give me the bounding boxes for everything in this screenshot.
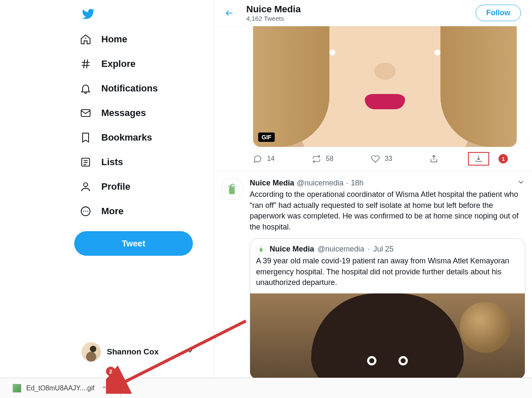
tweet-count: 4,162 Tweets [246,15,476,22]
list-icon [79,156,92,169]
download-item[interactable]: Ed_tO8mU8AAJY....gif [8,381,111,395]
author-name[interactable]: Nuice Media [250,179,294,188]
tweet-actions: 14 58 33 1 [253,147,524,171]
bell-icon [79,82,92,95]
chevron-down-icon [517,178,525,186]
tweet: Nuice Nuice Media @nuicemedia · 18h Acco… [214,172,532,379]
more-icon [79,205,92,218]
svg-rect-20 [260,249,262,252]
download-filename: Ed_tO8mU8AAJY....gif [26,384,95,392]
annotation-badge-1: 1 [499,154,508,163]
profile-icon [79,180,92,193]
quoted-text: A 39 year old male covid-19 patient ran … [250,254,525,293]
svg-point-0 [85,38,86,39]
nav-label: More [101,206,124,217]
nav-label: Messages [101,108,146,119]
chevron-up-icon[interactable] [101,384,107,392]
profile-name: Nuice Media [246,4,476,15]
download-icon [474,155,483,163]
separator: · [368,245,370,254]
nav-home[interactable]: Home [74,27,132,52]
chevron-down-icon [186,347,194,357]
svg-rect-18 [229,188,234,194]
nav-profile[interactable]: Profile [74,174,135,199]
account-switcher[interactable]: Shannon Cox [76,339,199,365]
tweet-header: Nuice Media @nuicemedia · 18h [250,178,525,188]
nav-label: Lists [101,157,123,168]
svg-text:Nuice: Nuice [228,185,236,188]
quoted-tweet[interactable]: Nuice Media @nuicemedia · Jul 25 A 39 ye… [250,238,525,379]
tweet-button[interactable]: Tweet [74,231,193,256]
timestamp[interactable]: 18h [351,179,363,188]
divider [121,380,121,397]
nav-messages[interactable]: Messages [74,101,151,125]
nav-label: Profile [101,181,130,192]
twitter-logo[interactable] [78,3,99,25]
arrow-left-icon [225,8,234,18]
nav-lists[interactable]: Lists [74,150,128,174]
reply-count: 14 [267,155,275,163]
share-icon [429,155,438,163]
quoted-author: Nuice Media [270,245,314,254]
sidebar: Home Explore Notifications Messages Book… [0,0,214,378]
reply-icon [253,155,262,163]
like-count: 33 [385,155,393,163]
annotation-badge-2: 2 [106,367,115,376]
author-avatar[interactable]: Nuice [221,178,243,200]
nav-label: Bookmarks [101,132,152,143]
share-button[interactable] [429,155,438,163]
svg-line-4 [86,60,87,69]
twitter-bird-icon [81,7,95,21]
tweet-text: According to the operational coordinator… [250,189,525,232]
like-button[interactable]: 33 [371,155,393,163]
back-button[interactable] [221,5,238,22]
reply-button[interactable]: 14 [253,155,275,163]
nav-label: Notifications [101,83,158,94]
svg-point-14 [87,211,88,212]
tweet-more-button[interactable] [517,178,525,188]
nav-label: Explore [101,58,136,69]
nav-explore[interactable]: Explore [74,52,141,76]
file-thumbnail-icon [13,384,21,392]
author-handle[interactable]: @nuicemedia [297,179,343,188]
download-gif-button[interactable] [468,152,489,166]
gif-image [253,26,517,147]
quoted-timestamp: Jul 25 [373,245,393,254]
nav-bookmarks[interactable]: Bookmarks [74,125,157,150]
tweet-media-gif[interactable]: GIF [253,26,517,147]
download-bar: Ed_tO8mU8AAJY....gif [0,378,532,398]
gif-badge: GIF [258,133,275,142]
main-content: Nuice Media 4,162 Tweets Follow GIF 14 [214,0,532,378]
nav-label: Home [101,34,127,45]
quoted-handle: @nuicemedia [318,245,364,254]
user-avatar [81,342,101,362]
svg-line-3 [84,60,84,69]
separator: · [346,179,348,188]
follow-button[interactable]: Follow [476,5,521,21]
heart-icon [371,155,380,163]
svg-point-12 [83,211,84,212]
nav-more[interactable]: More [74,199,129,224]
retweet-icon [312,155,321,163]
quoted-media [250,293,525,379]
retweet-button[interactable]: 58 [312,155,334,163]
hashtag-icon [79,58,92,70]
nav-notifications[interactable]: Notifications [74,76,163,101]
quoted-header: Nuice Media @nuicemedia · Jul 25 [250,239,525,254]
account-name: Shannon Cox [107,347,159,357]
retweet-count: 58 [326,155,334,163]
envelope-icon [79,107,92,119]
nuice-logo-icon: Nuice [224,181,240,196]
feed: GIF 14 58 33 [214,26,532,379]
nuice-logo-icon [257,245,265,253]
profile-title: Nuice Media 4,162 Tweets [246,4,476,22]
svg-point-13 [85,211,86,212]
home-icon [79,33,92,46]
bookmark-icon [79,131,92,144]
profile-header: Nuice Media 4,162 Tweets Follow [214,0,532,26]
svg-rect-5 [81,110,90,116]
quoted-avatar [256,244,266,254]
svg-point-10 [84,183,87,187]
